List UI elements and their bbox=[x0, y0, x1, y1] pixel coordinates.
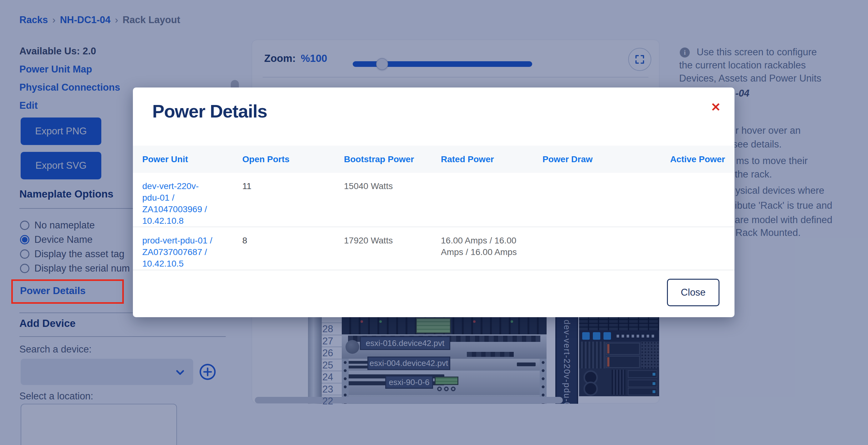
table-row: dev-vert-220v-pdu-01 /ZA1047003969 /10.4… bbox=[133, 173, 735, 227]
column-header: Bootstrap Power bbox=[344, 154, 441, 164]
power-unit-link[interactable]: prod-vert-pdu-01 /ZA0737007687 /10.42.10… bbox=[142, 235, 242, 270]
active-power-cell bbox=[643, 235, 725, 270]
annotation-highlight-box bbox=[11, 279, 124, 304]
power-details-modal: Power Details ✕ Power UnitOpen PortsBoot… bbox=[133, 88, 735, 317]
rated-power-cell: 16.00 Amps / 16.00Amps / 16.00 Amps bbox=[441, 235, 542, 270]
modal-title: Power Details bbox=[152, 101, 267, 122]
power-unit-line: ZA0737007687 / bbox=[142, 246, 235, 258]
column-header: Power Unit bbox=[142, 154, 242, 164]
column-header: Rated Power bbox=[441, 154, 542, 164]
power-unit-line: ZA1047003969 / bbox=[142, 203, 235, 215]
rack-layout-page: Racks›NH-DC1-04›Rack Layout Available Us… bbox=[0, 0, 868, 445]
bootstrap-power-cell: 15040 Watts bbox=[344, 180, 441, 227]
active-power-cell bbox=[643, 180, 725, 227]
power-unit-line: 10.42.10.5 bbox=[142, 258, 235, 269]
column-header: Open Ports bbox=[242, 154, 344, 164]
power-unit-line: dev-vert-220v- bbox=[142, 180, 235, 192]
power-draw-cell bbox=[542, 180, 643, 227]
power-unit-link[interactable]: dev-vert-220v-pdu-01 /ZA1047003969 /10.4… bbox=[142, 180, 242, 227]
rated-power-line: 16.00 Amps / 16.00 bbox=[441, 235, 535, 246]
rated-power-cell bbox=[441, 180, 542, 227]
power-draw-cell bbox=[542, 235, 643, 270]
close-button[interactable]: Close bbox=[667, 279, 719, 306]
open-ports-cell: 8 bbox=[242, 235, 344, 270]
open-ports-cell: 11 bbox=[242, 180, 344, 227]
power-unit-line: pdu-01 / bbox=[142, 192, 235, 203]
power-table-header: Power UnitOpen PortsBootstrap PowerRated… bbox=[133, 146, 735, 173]
table-row: prod-vert-pdu-01 /ZA0737007687 /10.42.10… bbox=[133, 227, 735, 270]
close-icon[interactable]: ✕ bbox=[711, 101, 721, 113]
column-header: Power Draw bbox=[542, 154, 643, 164]
power-unit-line: 10.42.10.8 bbox=[142, 215, 235, 227]
column-header: Active Power bbox=[643, 154, 725, 164]
rated-power-line: Amps / 16.00 Amps bbox=[441, 246, 535, 258]
divider bbox=[133, 270, 735, 270]
bootstrap-power-cell: 17920 Watts bbox=[344, 235, 441, 270]
power-unit-line: prod-vert-pdu-01 / bbox=[142, 235, 235, 246]
power-table-body: dev-vert-220v-pdu-01 /ZA1047003969 /10.4… bbox=[133, 173, 735, 270]
